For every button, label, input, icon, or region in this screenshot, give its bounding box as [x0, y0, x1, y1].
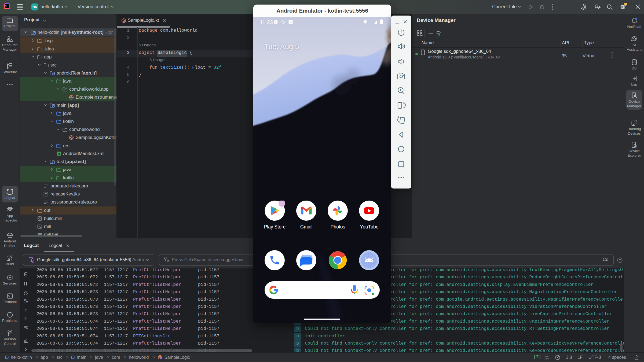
- svg-text:?: ?: [619, 258, 621, 262]
- svg-text:A: A: [290, 21, 292, 24]
